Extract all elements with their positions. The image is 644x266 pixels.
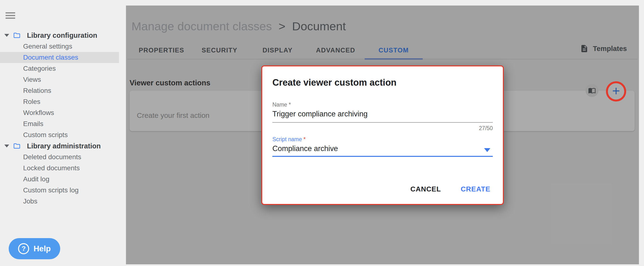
name-input[interactable]: Trigger compliance archiving	[272, 110, 368, 118]
hamburger-menu-icon[interactable]	[6, 12, 15, 19]
script-name-label-text: Script name	[272, 136, 302, 142]
sidebar-item-label: Categories	[23, 65, 56, 72]
sidebar-item-custom-scripts[interactable]: Custom scripts	[0, 129, 119, 140]
name-field-underline	[272, 122, 493, 123]
sidebar-nav: Library configuration General settings D…	[0, 30, 126, 207]
sidebar-section-library-administration[interactable]: Library administration	[0, 140, 119, 152]
help-button-label: Help	[34, 244, 51, 253]
sidebar-item-workflows[interactable]: Workflows	[0, 107, 119, 118]
sidebar: Library configuration General settings D…	[0, 0, 126, 266]
name-character-counter: 27/50	[479, 125, 493, 132]
script-field-underline	[272, 156, 493, 157]
script-name-select[interactable]: Compliance archive	[272, 144, 338, 153]
sidebar-item-label: Document classes	[23, 54, 78, 61]
expand-arrow-icon[interactable]	[4, 145, 9, 147]
sidebar-item-general-settings[interactable]: General settings	[0, 41, 119, 52]
folder-icon	[13, 31, 21, 39]
sidebar-item-label: Workflows	[23, 109, 54, 117]
sidebar-item-label: Custom scripts log	[23, 186, 78, 194]
create-viewer-custom-action-dialog: Create viewer custom action Name * Trigg…	[261, 65, 504, 205]
sidebar-item-jobs[interactable]: Jobs	[0, 196, 119, 207]
sidebar-item-audit-log[interactable]: Audit log	[0, 174, 119, 185]
folder-icon	[13, 142, 21, 150]
sidebar-item-roles[interactable]: Roles	[0, 96, 119, 107]
script-name-field-label: Script name *	[272, 136, 306, 143]
sidebar-item-document-classes[interactable]: Document classes	[0, 52, 119, 63]
sidebar-item-label: General settings	[23, 42, 72, 50]
sidebar-item-label: Deleted documents	[23, 153, 81, 161]
sidebar-item-label: Roles	[23, 98, 40, 106]
name-field-label: Name *	[272, 101, 291, 108]
sidebar-item-views[interactable]: Views	[0, 74, 119, 85]
question-mark-icon: ?	[18, 243, 29, 254]
sidebar-item-label: Views	[23, 76, 41, 83]
cancel-button[interactable]: CANCEL	[404, 181, 447, 197]
sidebar-section-label: Library administration	[27, 142, 101, 150]
sidebar-item-categories[interactable]: Categories	[0, 63, 119, 74]
sidebar-item-label: Custom scripts	[23, 131, 68, 139]
sidebar-item-locked-documents[interactable]: Locked documents	[0, 163, 119, 174]
sidebar-item-label: Relations	[23, 87, 51, 94]
sidebar-section-label: Library configuration	[27, 31, 97, 39]
sidebar-item-label: Audit log	[23, 175, 49, 183]
dialog-actions: CANCEL CREATE	[404, 181, 496, 197]
sidebar-item-emails[interactable]: Emails	[0, 118, 119, 129]
sidebar-item-relations[interactable]: Relations	[0, 85, 119, 96]
dialog-title: Create viewer custom action	[272, 77, 396, 88]
sidebar-item-deleted-documents[interactable]: Deleted documents	[0, 152, 119, 163]
create-button[interactable]: CREATE	[454, 181, 496, 197]
expand-arrow-icon[interactable]	[4, 34, 9, 37]
sidebar-item-label: Locked documents	[23, 164, 80, 172]
required-asterisk: *	[304, 136, 306, 142]
sidebar-item-label: Jobs	[23, 198, 37, 205]
sidebar-section-library-configuration[interactable]: Library configuration	[0, 30, 119, 41]
dropdown-arrow-icon[interactable]	[484, 148, 490, 152]
sidebar-item-label: Emails	[23, 120, 43, 128]
sidebar-item-custom-scripts-log[interactable]: Custom scripts log	[0, 185, 119, 196]
help-button[interactable]: ? Help	[9, 238, 60, 259]
